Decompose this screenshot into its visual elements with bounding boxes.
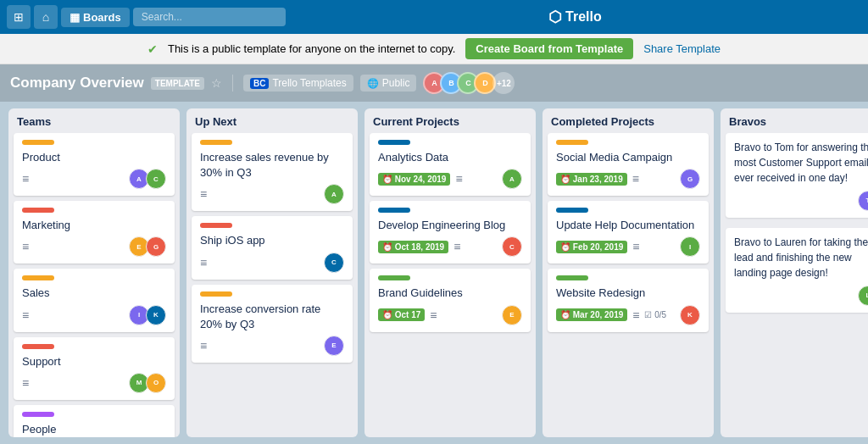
avatar: G bbox=[146, 236, 166, 257]
card[interactable]: Sales≡IK bbox=[14, 269, 175, 331]
card-avatars: C bbox=[502, 236, 522, 257]
card-meta: ⏰ Oct 18, 2019≡ bbox=[378, 240, 460, 253]
workspace-icon: BC bbox=[250, 78, 269, 89]
card-meta: ≡ bbox=[22, 376, 29, 390]
due-date-badge: ⏰ Jan 23, 2019 bbox=[556, 173, 627, 186]
home-icon[interactable]: ⌂ bbox=[34, 5, 58, 29]
card-avatars: I bbox=[680, 236, 700, 257]
card-label bbox=[556, 140, 588, 145]
card-title: Increase conversion rate 20% by Q3 bbox=[200, 302, 344, 332]
card[interactable]: Marketing≡EG bbox=[14, 201, 175, 264]
visibility-button[interactable]: Public bbox=[360, 75, 417, 92]
card-footer: ⏰ Oct 18, 2019≡C bbox=[378, 236, 522, 257]
bravo-card[interactable]: Bravo to Tom for answering the most Cust… bbox=[726, 133, 868, 218]
avatar: K bbox=[680, 305, 700, 325]
bravo-card[interactable]: Bravo to Lauren for taking the lead and … bbox=[726, 228, 868, 313]
list-teams: TeamsProduct≡ACMarketing≡EGSales≡IKSuppo… bbox=[8, 108, 180, 437]
card[interactable]: Analytics Data⏰ Nov 24, 2019≡A bbox=[370, 133, 531, 196]
due-date-badge: ⏰ Oct 17 bbox=[378, 308, 425, 321]
card[interactable]: Increase conversion rate 20% by Q3≡E bbox=[192, 285, 353, 363]
star-icon[interactable]: ☆ bbox=[211, 76, 222, 90]
workspace-button[interactable]: BC Trello Templates bbox=[243, 75, 353, 92]
card[interactable]: Develop Engineering Blog⏰ Oct 18, 2019≡C bbox=[370, 201, 531, 264]
card-meta: ≡ bbox=[200, 339, 207, 352]
grid-icon[interactable]: ⊞ bbox=[7, 5, 31, 29]
description-icon: ≡ bbox=[632, 308, 639, 322]
template-badge: TEMPLATE bbox=[151, 77, 204, 90]
card[interactable]: People≡Q bbox=[14, 405, 175, 437]
board-title: Company Overview bbox=[10, 75, 144, 92]
description-icon: ≡ bbox=[22, 308, 29, 322]
card-label bbox=[200, 291, 232, 297]
due-date-badge: ⏰ Oct 18, 2019 bbox=[378, 241, 448, 253]
card-avatars: C bbox=[324, 253, 344, 273]
description-icon: ≡ bbox=[632, 172, 639, 186]
card-meta: ≡ bbox=[22, 308, 29, 322]
card-title: Marketing bbox=[22, 218, 166, 233]
description-icon: ≡ bbox=[22, 376, 29, 390]
description-icon: ≡ bbox=[453, 240, 460, 253]
search-input[interactable] bbox=[133, 8, 286, 26]
avatar: A bbox=[324, 184, 344, 204]
card-meta: ≡ bbox=[22, 240, 29, 253]
due-date-badge: ⏰ Feb 20, 2019 bbox=[556, 241, 627, 253]
card[interactable]: Update Help Documentation⏰ Feb 20, 2019≡… bbox=[548, 201, 709, 264]
card-avatars: A bbox=[324, 184, 344, 204]
card[interactable]: Brand Guidelines⏰ Oct 17≡E bbox=[370, 269, 531, 331]
card-footer: ≡MO bbox=[22, 373, 166, 393]
card-avatars: EG bbox=[129, 236, 166, 257]
list-header-up-next: Up Next bbox=[186, 108, 358, 133]
card-meta: ⏰ Oct 17≡ bbox=[378, 308, 437, 322]
extra-members-count[interactable]: +12 bbox=[492, 72, 515, 94]
due-date-badge: ⏰ Nov 24, 2019 bbox=[378, 173, 450, 186]
card-meta: ≡ bbox=[22, 172, 29, 186]
card-label bbox=[378, 140, 410, 145]
avatar: I bbox=[680, 236, 700, 257]
top-navigation: ⊞ ⌂ ▦ Boards ⬡ Trello bbox=[0, 0, 868, 34]
card-label bbox=[22, 275, 54, 280]
list-header-bravos: Bravos bbox=[721, 108, 868, 133]
card-avatars: A bbox=[502, 169, 522, 189]
card-meta: ≡ bbox=[200, 256, 207, 269]
card-meta: ⏰ Jan 23, 2019≡ bbox=[556, 172, 639, 186]
card[interactable]: Product≡AC bbox=[14, 133, 175, 196]
card[interactable]: Social Media Campaign⏰ Jan 23, 2019≡G bbox=[548, 133, 709, 196]
description-icon: ≡ bbox=[455, 172, 462, 186]
create-board-button[interactable]: Create Board from Template bbox=[465, 38, 633, 59]
card-title: Website Redesign bbox=[556, 286, 700, 301]
card-footer: ≡C bbox=[200, 253, 344, 273]
description-icon: ≡ bbox=[430, 308, 437, 322]
card-footer: ⏰ Jan 23, 2019≡G bbox=[556, 169, 700, 189]
card[interactable]: Website Redesign⏰ Mar 20, 2019≡☑ 0/5K bbox=[548, 269, 709, 331]
card-title: People bbox=[22, 422, 166, 437]
card-title: Product bbox=[22, 150, 166, 165]
card-label bbox=[200, 223, 232, 228]
card[interactable]: Increase sales revenue by 30% in Q3≡A bbox=[192, 133, 353, 211]
avatar: G bbox=[680, 169, 700, 189]
trello-logo: ⬡ Trello bbox=[289, 8, 861, 26]
banner-message: This is a public template for anyone on … bbox=[168, 42, 455, 55]
card-title: Support bbox=[22, 354, 166, 369]
description-icon: ≡ bbox=[632, 240, 639, 253]
card-title: Social Media Campaign bbox=[556, 150, 700, 165]
boards-label: Boards bbox=[83, 11, 121, 24]
boards-button[interactable]: ▦ Boards bbox=[61, 8, 130, 27]
card-footer: ⏰ Nov 24, 2019≡A bbox=[378, 169, 522, 189]
card-title: Increase sales revenue by 30% in Q3 bbox=[200, 150, 344, 180]
list-cards-bravos: Bravo to Tom for answering the most Cust… bbox=[721, 133, 868, 323]
card[interactable]: Ship iOS app≡C bbox=[192, 216, 353, 279]
card-meta: ⏰ Mar 20, 2019≡☑ 0/5 bbox=[556, 308, 666, 322]
card-label bbox=[22, 140, 54, 145]
card-meta: ≡ bbox=[200, 187, 207, 201]
card[interactable]: Support≡MO bbox=[14, 337, 175, 400]
card-label bbox=[378, 208, 410, 213]
card-avatars: IK bbox=[129, 305, 166, 325]
list-cards-teams: Product≡ACMarketing≡EGSales≡IKSupport≡MO… bbox=[8, 133, 180, 437]
card-label bbox=[556, 275, 588, 280]
list-header-teams: Teams bbox=[8, 108, 180, 133]
card-label bbox=[556, 208, 588, 213]
share-template-link[interactable]: Share Template bbox=[643, 42, 721, 55]
card-title: Develop Engineering Blog bbox=[378, 218, 522, 233]
card-footer: ≡AC bbox=[22, 169, 166, 189]
avatar: C bbox=[324, 253, 344, 273]
